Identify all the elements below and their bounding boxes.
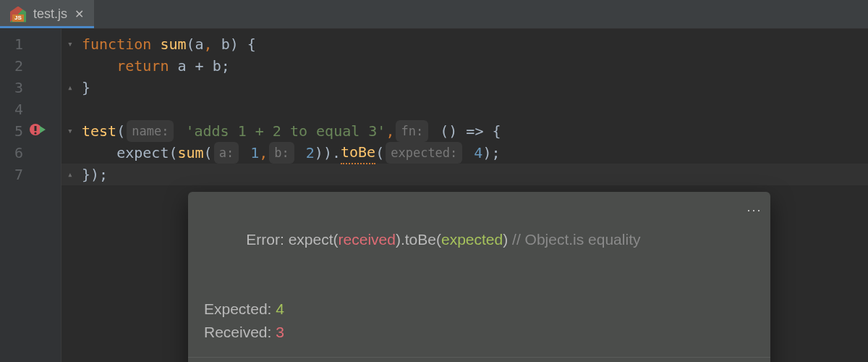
line-number: 7 — [0, 164, 61, 185]
close-icon[interactable]: ✕ — [75, 7, 84, 21]
tab-bar: JS test.js ✕ — [0, 0, 868, 29]
fold-close-icon[interactable]: ▴ — [67, 164, 77, 185]
code-line: ▾ — [67, 98, 868, 120]
inlay-hint: a: — [214, 142, 239, 164]
error-tooltip: ⋮ Error: expect(received).toBe(expected)… — [188, 192, 770, 362]
svg-rect-1 — [35, 126, 37, 131]
line-number: 4 — [0, 98, 61, 120]
inlay-hint: b: — [269, 142, 294, 164]
code-line: ▾ expect(sum(a: 1, b: 2)).toBe(expected:… — [67, 142, 868, 164]
code-line: ▾function sum(a, b) { — [67, 33, 868, 55]
svg-point-2 — [34, 132, 36, 134]
inlay-hint: name: — [127, 120, 174, 142]
svg-marker-3 — [40, 126, 46, 133]
tab-test-js[interactable]: JS test.js ✕ — [0, 0, 94, 28]
code-area[interactable]: ▾function sum(a, b) { ▾ return a + b; ▴}… — [61, 29, 868, 362]
fold-open-icon[interactable]: ▾ — [67, 120, 77, 142]
gutter: 1 2 3 4 5 6 7 — [0, 29, 61, 362]
fold-open-icon[interactable]: ▾ — [67, 33, 77, 55]
tab-filename: test.js — [33, 7, 67, 22]
line-number: 1 — [0, 33, 61, 55]
line-number: 2 — [0, 55, 61, 77]
inlay-hint: fn: — [396, 120, 428, 142]
inlay-hint: expected: — [386, 142, 462, 164]
error-tooltip-footer: Debug 'adds 1 + 2 to equal 3' ⌥⇧↩ More a… — [188, 357, 770, 362]
fold-close-icon[interactable]: ▴ — [67, 77, 77, 98]
line-number: 6 — [0, 142, 61, 164]
editor-workspace: 1 2 3 4 5 6 7 ▾function sum(a, b) { ▾ re… — [0, 29, 868, 362]
warning-underline[interactable]: toBe — [341, 141, 375, 164]
line-number: 3 — [0, 77, 61, 98]
run-test-gutter-icon[interactable] — [30, 122, 46, 138]
kebab-icon[interactable]: ⋮ — [752, 203, 757, 218]
js-file-icon: JS — [10, 7, 26, 22]
code-line-current: ▴}); — [61, 164, 868, 185]
error-tooltip-body: Error: expect(received).toBe(expected) /… — [188, 192, 770, 357]
code-line: ▾ return a + b; — [67, 55, 868, 77]
code-line: ▴} — [67, 77, 868, 98]
code-line: ▾test(name: 'adds 1 + 2 to equal 3', fn:… — [67, 120, 868, 142]
